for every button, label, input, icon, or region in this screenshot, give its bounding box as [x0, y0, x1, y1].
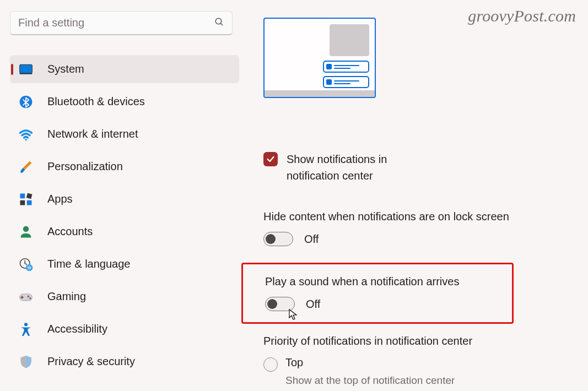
nav-item-bluetooth[interactable]: Bluetooth & devices [10, 88, 239, 116]
clock-globe-icon [18, 256, 34, 273]
nav-label: Apps [47, 193, 73, 205]
priority-option-sub: Show at the top of notification center [285, 374, 455, 387]
hide-content-state: Off [304, 233, 319, 246]
search-box[interactable] [10, 11, 233, 35]
nav-item-network[interactable]: Network & internet [10, 120, 239, 148]
preview-large-block [330, 24, 369, 56]
nav-item-personalization[interactable]: Personalization [10, 153, 239, 181]
svg-rect-10 [27, 200, 32, 205]
hide-content-title: Hide content when notifications are on l… [263, 210, 572, 223]
preview-notification-row [323, 61, 369, 73]
svg-point-15 [28, 295, 30, 297]
svg-rect-4 [20, 73, 33, 74]
option-show-notifications: Show notifications in notification cente… [263, 151, 572, 184]
svg-line-1 [220, 23, 223, 25]
paintbrush-icon [18, 159, 34, 175]
person-icon [18, 224, 34, 240]
svg-point-0 [215, 18, 222, 24]
nav-label: Bluetooth & devices [47, 95, 145, 108]
svg-rect-7 [20, 193, 25, 198]
search-input[interactable] [18, 17, 214, 29]
svg-rect-8 [26, 193, 33, 199]
option-hide-content: Hide content when notifications are on l… [263, 210, 572, 246]
nav-label: Time & language [47, 258, 130, 270]
nav-label: Accessibility [47, 323, 107, 335]
system-icon [18, 61, 34, 78]
apps-icon [18, 191, 34, 208]
nav-label: System [47, 63, 84, 75]
nav-label: Privacy & security [47, 355, 135, 368]
nav-list: System Bluetooth & devices Network & int… [10, 55, 237, 380]
nav-item-time-language[interactable]: Time & language [10, 250, 239, 278]
nav-item-accessibility[interactable]: Accessibility [10, 315, 239, 343]
settings-content: Show notifications in notification cente… [263, 18, 572, 387]
nav-label: Personalization [47, 160, 123, 173]
svg-point-17 [24, 323, 28, 326]
radio-icon[interactable] [263, 357, 278, 372]
search-icon [214, 17, 224, 29]
nav-item-system[interactable]: System [10, 55, 239, 83]
svg-point-6 [25, 138, 27, 140]
gamepad-icon [18, 289, 34, 305]
nav-item-apps[interactable]: Apps [10, 185, 239, 213]
svg-point-11 [23, 226, 29, 232]
option-priority: Priority of notifications in notificatio… [263, 335, 572, 387]
accessibility-icon [18, 321, 34, 338]
svg-rect-9 [20, 200, 25, 205]
priority-option-top[interactable]: Top Show at the top of notification cent… [263, 356, 572, 387]
notification-preview-thumbnail[interactable] [263, 18, 376, 98]
highlighted-option-box: Play a sound when a notification arrives… [241, 263, 514, 324]
show-notifications-line1: Show notifications in [287, 153, 387, 165]
play-sound-state: Off [306, 298, 320, 311]
nav-label: Accounts [47, 225, 93, 238]
checkbox-icon[interactable] [263, 152, 278, 166]
nav-label: Gaming [47, 290, 86, 303]
preview-taskbar [265, 90, 375, 97]
play-sound-title: Play a sound when a notification arrives [265, 275, 512, 288]
nav-item-gaming[interactable]: Gaming [10, 283, 239, 311]
nav-item-accounts[interactable]: Accounts [10, 218, 239, 246]
preview-notification-row [323, 76, 369, 88]
svg-point-16 [29, 297, 31, 299]
cursor-icon [288, 308, 298, 323]
priority-option-label: Top [285, 356, 455, 369]
show-notifications-line2: notification center [287, 170, 373, 182]
settings-sidebar: System Bluetooth & devices Network & int… [0, 0, 242, 391]
priority-title: Priority of notifications in notificatio… [263, 335, 572, 347]
svg-rect-2 [20, 64, 33, 73]
hide-content-toggle[interactable] [263, 232, 293, 246]
nav-label: Network & internet [47, 128, 138, 140]
nav-item-privacy-security[interactable]: Privacy & security [10, 347, 239, 376]
bluetooth-icon [18, 94, 34, 110]
shield-icon [18, 354, 34, 370]
wifi-icon [18, 126, 34, 143]
